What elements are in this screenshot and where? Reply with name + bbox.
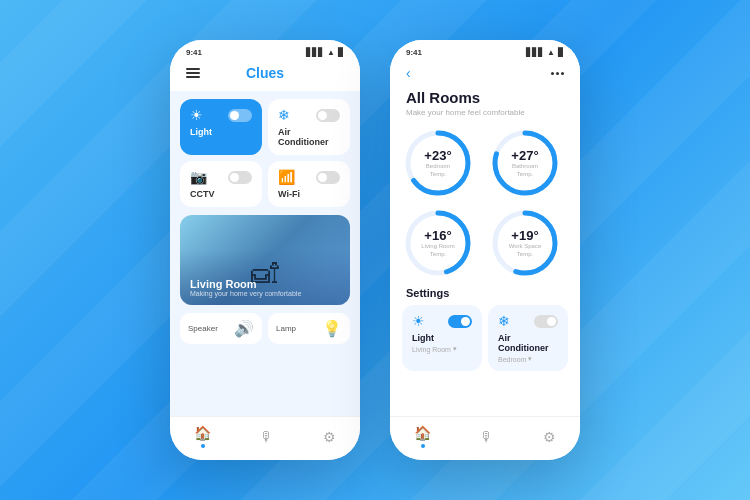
- temp-val-1: +23°: [424, 148, 451, 163]
- cctv-toggle[interactable]: [228, 171, 252, 184]
- accessories: Speaker 🔊 Lamp 💡: [180, 313, 350, 344]
- nav-home-2[interactable]: 🏠: [414, 425, 431, 448]
- home-icon: 🏠: [194, 425, 211, 441]
- lamp-icon: 💡: [322, 319, 342, 338]
- wifi-icon: 📶: [278, 169, 295, 185]
- bottom-nav-1: 🏠 🎙 ⚙: [170, 416, 360, 460]
- room-sub: Making your home very comfortable: [190, 290, 301, 297]
- setting-ac-icon: ❄: [498, 313, 510, 329]
- home-icon-2: 🏠: [414, 425, 431, 441]
- setting-light-label: Light: [412, 333, 472, 343]
- app-title: Clues: [246, 65, 284, 81]
- ac-toggle[interactable]: [316, 109, 340, 122]
- nav-settings-2[interactable]: ⚙: [543, 429, 556, 445]
- status-icons-2: ▋▋▋ ▲ ▊: [526, 48, 564, 57]
- temp-lbl-3: Living RoomTemp.: [421, 243, 454, 257]
- light-label: Light: [190, 127, 252, 137]
- ac-icon: ❄: [278, 107, 290, 123]
- temp-lbl-2: BathroomTemp.: [512, 163, 538, 177]
- temp-val-4: +19°: [511, 228, 538, 243]
- cctv-card[interactable]: 📷 CCTV: [180, 161, 262, 207]
- temp-bathroom: +27° BathroomTemp.: [489, 127, 561, 199]
- signal-icon-2: ▋▋▋: [526, 48, 544, 57]
- menu-icon[interactable]: [186, 68, 200, 78]
- light-card[interactable]: ☀ Light: [180, 99, 262, 155]
- setting-light-sub: Living Room ▾: [412, 345, 472, 353]
- signal-icon: ▋▋▋: [306, 48, 324, 57]
- speaker-icon: 🔊: [234, 319, 254, 338]
- temp-val-3: +16°: [424, 228, 451, 243]
- setting-ac-label: Air Conditioner: [498, 333, 558, 353]
- phone-2: 9:41 ▋▋▋ ▲ ▊ ‹ All Rooms Make your home …: [390, 40, 580, 460]
- setting-ac-sub: Bedroom ▾: [498, 355, 558, 363]
- nav-mic-2[interactable]: 🎙: [480, 429, 494, 445]
- settings-icon: ⚙: [323, 429, 336, 445]
- ac-label: Air Conditioner: [278, 127, 340, 147]
- time-1: 9:41: [186, 48, 202, 57]
- wifi-icon: ▲: [327, 48, 335, 57]
- light-icon: ☀: [190, 107, 203, 123]
- back-button[interactable]: ‹: [406, 65, 411, 81]
- setting-ac-toggle[interactable]: [534, 315, 558, 328]
- nav-settings-1[interactable]: ⚙: [323, 429, 336, 445]
- speaker-card[interactable]: Speaker 🔊: [180, 313, 262, 344]
- phone-1: 9:41 ▋▋▋ ▲ ▊ Clues ☀ Light ❄: [170, 40, 360, 460]
- nav-mic-1[interactable]: 🎙: [260, 429, 274, 445]
- battery-icon: ▊: [338, 48, 344, 57]
- header-2: ‹: [390, 61, 580, 89]
- lamp-card[interactable]: Lamp 💡: [268, 313, 350, 344]
- device-grid-1: ☀ Light ❄ Air Conditioner 📷 CCTV: [180, 99, 350, 207]
- temp-lbl-4: Work SpaceTemp.: [509, 243, 542, 257]
- ac-card[interactable]: ❄ Air Conditioner: [268, 99, 350, 155]
- settings-grid: ☀ Light Living Room ▾ ❄ Air Conditioner …: [390, 305, 580, 379]
- room-label: Living Room Making your home very comfor…: [190, 278, 301, 297]
- wifi-label: Wi-Fi: [278, 189, 340, 199]
- setting-light[interactable]: ☀ Light Living Room ▾: [402, 305, 482, 371]
- nav-home-1[interactable]: 🏠: [194, 425, 211, 448]
- main-content-1: ☀ Light ❄ Air Conditioner 📷 CCTV: [170, 91, 360, 416]
- settings-label: Settings: [390, 287, 580, 305]
- temp-workspace: +19° Work SpaceTemp.: [489, 207, 561, 279]
- temp-bedroom: +23° BedroomTemp.: [402, 127, 474, 199]
- mic-icon-2: 🎙: [480, 429, 494, 445]
- page-subtitle: Make your home feel comfortable: [390, 108, 580, 127]
- setting-ac[interactable]: ❄ Air Conditioner Bedroom ▾: [488, 305, 568, 371]
- temp-grid: +23° BedroomTemp. +27° BathroomTemp. +16…: [390, 127, 580, 287]
- light-toggle[interactable]: [228, 109, 252, 122]
- page-title: All Rooms: [390, 89, 580, 108]
- time-2: 9:41: [406, 48, 422, 57]
- status-bar-1: 9:41 ▋▋▋ ▲ ▊: [170, 40, 360, 61]
- nav-dot: [201, 444, 205, 448]
- lamp-label: Lamp: [276, 324, 296, 333]
- wifi-card[interactable]: 📶 Wi-Fi: [268, 161, 350, 207]
- nav-dot-2: [421, 444, 425, 448]
- header-1: Clues: [170, 61, 360, 91]
- room-name: Living Room: [190, 278, 301, 290]
- speaker-label: Speaker: [188, 324, 218, 333]
- cctv-label: CCTV: [190, 189, 252, 199]
- room-image[interactable]: Living Room Making your home very comfor…: [180, 215, 350, 305]
- battery-icon-2: ▊: [558, 48, 564, 57]
- bottom-nav-2: 🏠 🎙 ⚙: [390, 416, 580, 460]
- status-icons-1: ▋▋▋ ▲ ▊: [306, 48, 344, 57]
- setting-light-toggle[interactable]: [448, 315, 472, 328]
- status-bar-2: 9:41 ▋▋▋ ▲ ▊: [390, 40, 580, 61]
- more-menu[interactable]: [551, 72, 564, 75]
- temp-lbl-1: BedroomTemp.: [426, 163, 450, 177]
- temp-livingroom: +16° Living RoomTemp.: [402, 207, 474, 279]
- settings-icon-2: ⚙: [543, 429, 556, 445]
- cctv-icon: 📷: [190, 169, 207, 185]
- wifi-toggle[interactable]: [316, 171, 340, 184]
- setting-light-icon: ☀: [412, 313, 425, 329]
- wifi-icon-2: ▲: [547, 48, 555, 57]
- temp-val-2: +27°: [511, 148, 538, 163]
- mic-icon: 🎙: [260, 429, 274, 445]
